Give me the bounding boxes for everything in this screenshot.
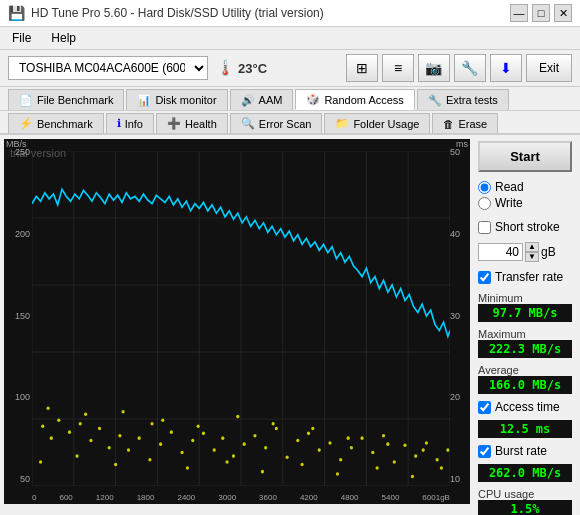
minimum-label: Minimum xyxy=(478,292,572,304)
svg-point-62 xyxy=(236,415,239,419)
svg-point-77 xyxy=(376,466,379,470)
write-radio-input[interactable] xyxy=(478,197,491,210)
tab-extra-tests[interactable]: 🔧 Extra tests xyxy=(417,89,509,110)
app-icon: 💾 xyxy=(8,5,25,21)
x-label-4200: 4200 xyxy=(300,493,318,502)
svg-point-61 xyxy=(197,424,200,428)
cpu-usage-section: CPU usage 1.5% xyxy=(478,486,572,515)
chart-container: trial version 250 200 150 100 50 MB/s ms… xyxy=(4,139,470,504)
x-label-6001: 6001gB xyxy=(422,493,450,502)
average-value: 166.0 MB/s xyxy=(478,376,572,394)
maximum-label: Maximum xyxy=(478,328,572,340)
tab-random-access[interactable]: 🎲 Random Access xyxy=(295,89,414,110)
access-time-input[interactable] xyxy=(478,401,491,414)
x-label-1200: 1200 xyxy=(96,493,114,502)
svg-point-21 xyxy=(79,422,82,426)
window-title: HD Tune Pro 5.60 - Hard Disk/SSD Utility… xyxy=(31,6,324,20)
tab-health[interactable]: ➕ Health xyxy=(156,113,228,133)
transfer-rate-input[interactable] xyxy=(478,271,491,284)
svg-point-46 xyxy=(339,458,342,462)
spinner-up[interactable]: ▲ xyxy=(525,242,539,252)
svg-point-38 xyxy=(253,434,256,438)
tab-aam[interactable]: 🔊 AAM xyxy=(230,89,294,110)
menu-bar: File Help xyxy=(0,27,580,50)
toolbar-btn-4[interactable]: 🔧 xyxy=(454,54,486,82)
short-stroke-value[interactable] xyxy=(478,243,523,261)
drive-select[interactable]: TOSHIBA MC04ACA600E (6001 gB) xyxy=(8,56,208,80)
spinner-down[interactable]: ▼ xyxy=(525,252,539,262)
short-stroke-input[interactable] xyxy=(478,221,491,234)
toolbar-btn-2[interactable]: ≡ xyxy=(382,54,414,82)
svg-point-52 xyxy=(403,444,406,448)
svg-point-35 xyxy=(221,436,224,440)
toolbar-btn-5[interactable]: ⬇ xyxy=(490,54,522,82)
tab-file-benchmark[interactable]: 📄 File Benchmark xyxy=(8,89,124,110)
y-right-10: 10 xyxy=(450,474,470,484)
svg-point-49 xyxy=(371,451,374,455)
burst-rate-checkbox[interactable]: Burst rate xyxy=(478,444,572,458)
svg-point-60 xyxy=(161,418,164,422)
svg-point-24 xyxy=(108,446,111,450)
average-label: Average xyxy=(478,364,572,376)
svg-point-66 xyxy=(386,442,389,446)
access-time-value: 12.5 ms xyxy=(478,420,572,438)
tab-folder-usage[interactable]: 📁 Folder Usage xyxy=(324,113,430,133)
burst-rate-input[interactable] xyxy=(478,445,491,458)
file-menu[interactable]: File xyxy=(8,29,35,47)
toolbar: TOSHIBA MC04ACA600E (6001 gB) 🌡️ 23°C ⊞ … xyxy=(0,50,580,87)
svg-point-56 xyxy=(446,448,449,452)
svg-point-51 xyxy=(393,460,396,464)
toolbar-btn-1[interactable]: ⊞ xyxy=(346,54,378,82)
x-label-2400: 2400 xyxy=(177,493,195,502)
nav-tabs-row2: ⚡ Benchmark ℹ Info ➕ Health 🔍 Error Scan… xyxy=(0,111,580,135)
tab-benchmark[interactable]: ⚡ Benchmark xyxy=(8,113,104,133)
aam-icon: 🔊 xyxy=(241,94,255,107)
y-axis-200: 200 xyxy=(4,229,30,239)
x-label-3600: 3600 xyxy=(259,493,277,502)
minimize-btn[interactable]: — xyxy=(510,4,528,22)
svg-point-44 xyxy=(318,448,321,452)
benchmark-icon: ⚡ xyxy=(19,117,33,130)
read-radio-input[interactable] xyxy=(478,181,491,194)
svg-point-64 xyxy=(311,427,314,431)
svg-point-54 xyxy=(425,441,428,445)
y-right-30: 30 xyxy=(450,311,470,321)
thermometer-icon: 🌡️ xyxy=(216,59,235,77)
svg-point-48 xyxy=(361,436,364,440)
svg-point-19 xyxy=(57,418,60,422)
tab-disk-monitor[interactable]: 📊 Disk monitor xyxy=(126,89,227,110)
tab-erase[interactable]: 🗑 Erase xyxy=(432,113,498,133)
burst-rate-value: 262.0 MB/s xyxy=(478,464,572,482)
x-label-4800: 4800 xyxy=(341,493,359,502)
svg-point-30 xyxy=(170,430,173,434)
svg-point-41 xyxy=(285,455,288,459)
svg-point-70 xyxy=(114,463,117,467)
short-stroke-unit: gB xyxy=(541,245,556,259)
tab-info[interactable]: ℹ Info xyxy=(106,113,154,133)
exit-button[interactable]: Exit xyxy=(526,54,572,82)
toolbar-btn-3[interactable]: 📷 xyxy=(418,54,450,82)
access-time-checkbox[interactable]: Access time xyxy=(478,400,572,414)
file-benchmark-icon: 📄 xyxy=(19,94,33,107)
transfer-rate-checkbox[interactable]: Transfer rate xyxy=(478,270,572,284)
start-button[interactable]: Start xyxy=(478,141,572,172)
write-radio[interactable]: Write xyxy=(478,196,572,210)
svg-point-53 xyxy=(414,454,417,458)
svg-point-34 xyxy=(213,448,216,452)
x-label-0: 0 xyxy=(32,493,36,502)
y-right-50: 50 xyxy=(450,147,470,157)
svg-point-18 xyxy=(50,436,53,440)
svg-point-78 xyxy=(411,475,414,479)
tab-error-scan[interactable]: 🔍 Error Scan xyxy=(230,113,323,133)
read-radio[interactable]: Read xyxy=(478,180,572,194)
svg-point-20 xyxy=(68,430,71,434)
short-stroke-checkbox[interactable]: Short stroke xyxy=(478,220,572,234)
svg-point-55 xyxy=(436,458,439,462)
help-menu[interactable]: Help xyxy=(47,29,80,47)
x-label-1800: 1800 xyxy=(137,493,155,502)
close-btn[interactable]: ✕ xyxy=(554,4,572,22)
maximize-btn[interactable]: □ xyxy=(532,4,550,22)
y-right-20: 20 xyxy=(450,392,470,402)
health-icon: ➕ xyxy=(167,117,181,130)
svg-point-43 xyxy=(307,432,310,436)
